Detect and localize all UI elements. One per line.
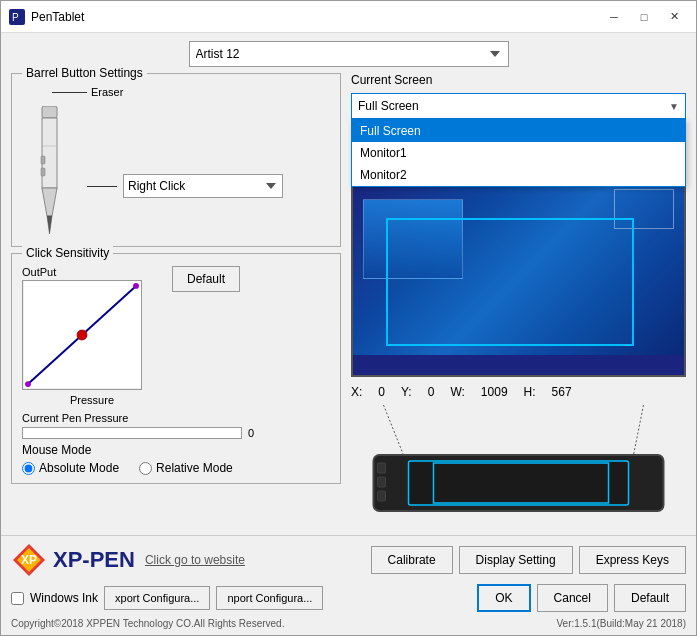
screen-selection-box [386,218,634,345]
screen-dropdown-menu: Full Screen Monitor1 Monitor2 [351,119,686,187]
main-content: Artist 12 Barrel Button Settings Eraser [1,33,696,535]
mouse-mode-section: Mouse Mode Absolute Mode Relative Mode [22,443,330,475]
action-buttons-row: Calibrate Display Setting Express Keys [371,546,686,574]
monitor-taskbar [353,355,684,375]
w-value: 1009 [481,385,508,399]
y-label: Y: [401,385,412,399]
display-setting-button[interactable]: Display Setting [459,546,573,574]
default-button[interactable]: Default [172,266,240,292]
main-window: P PenTablet ─ □ ✕ Artist 12 Barrel Butto… [0,0,697,636]
output-label: OutPut [22,266,56,278]
relative-mode-option[interactable]: Relative Mode [139,461,233,475]
barrel-section-title: Barrel Button Settings [22,66,147,80]
connection-lines-svg [351,405,686,515]
pen-svg [22,106,77,236]
svg-rect-17 [378,463,386,473]
graph-area: OutPut [22,266,162,406]
bottom-footer: Copyright©2018 XPPEN Technology CO.All R… [11,618,686,629]
h-label: H: [524,385,536,399]
pressure-axis-label: Pressure [22,394,162,406]
pressure-bar-row: 0 [22,427,330,439]
svg-rect-19 [378,491,386,501]
absolute-mode-radio[interactable] [22,462,35,475]
title-bar: P PenTablet ─ □ ✕ [1,1,696,33]
dropdown-item-fullscreen[interactable]: Full Screen [352,120,685,142]
dropdown-item-monitor2[interactable]: Monitor2 [352,164,685,186]
windows-ink-checkbox-label[interactable]: Windows Ink [11,591,98,605]
barrel-top-select[interactable]: Right ClickLeft ClickMiddle ClickScroll … [123,174,283,198]
window-title: PenTablet [31,10,594,24]
bottom-main-row: XP XP-PEN Click go to website Calibrate … [11,542,686,578]
sensitivity-section: Click Sensitivity OutPut [11,253,341,484]
bottom-bar: XP XP-PEN Click go to website Calibrate … [1,535,696,635]
svg-point-10 [77,330,87,340]
device-select-row: Artist 12 [11,41,686,67]
logo-link[interactable]: Click go to website [145,553,245,567]
x-value: 0 [378,385,385,399]
tablet-visual-area [351,405,686,518]
svg-text:XP: XP [21,553,37,567]
btn-line-top [87,186,117,187]
sensitivity-inner: OutPut [22,260,330,406]
calibrate-button[interactable]: Calibrate [371,546,453,574]
export-config-button[interactable]: xport Configura... [104,586,210,610]
app-icon: P [9,9,25,25]
svg-line-13 [384,405,404,455]
bottom-second-row: Windows Ink xport Configura... nport Con… [11,584,686,612]
monitor-screen [351,177,686,377]
absolute-mode-option[interactable]: Absolute Mode [22,461,119,475]
sensitivity-graph[interactable] [22,280,142,390]
w-label: W: [450,385,464,399]
logo-icon: XP [11,542,47,578]
dropdown-item-monitor1[interactable]: Monitor1 [352,142,685,164]
svg-line-14 [634,405,644,455]
svg-point-12 [133,283,139,289]
cancel-button[interactable]: Cancel [537,584,608,612]
h-value: 567 [552,385,572,399]
express-keys-button[interactable]: Express Keys [579,546,686,574]
window-controls: ─ □ ✕ [600,7,688,27]
svg-rect-4 [41,156,45,164]
ok-cancel-default-row: OK Cancel Default [477,584,686,612]
windows-ink-label: Windows Ink [30,591,98,605]
mouse-mode-label: Mouse Mode [22,443,330,457]
close-button[interactable]: ✕ [660,7,688,27]
svg-rect-18 [378,477,386,487]
relative-mode-radio[interactable] [139,462,152,475]
copyright-text: Copyright©2018 XPPEN Technology CO.All R… [11,618,284,629]
graph-svg [23,281,141,389]
pen-container: Eraser [22,80,330,236]
pen-and-button: Right ClickLeft ClickMiddle ClickScroll … [22,106,330,236]
eraser-row: Eraser [52,86,123,98]
screen-coords: X: 0 Y: 0 W: 1009 H: 567 [351,385,686,399]
pressure-bar-label: Current Pen Pressure [22,412,330,424]
pressure-bar [22,427,242,439]
radio-row: Absolute Mode Relative Mode [22,461,330,475]
import-config-button[interactable]: nport Configura... [216,586,323,610]
xp-logo: XP XP-PEN Click go to website [11,542,245,578]
absolute-mode-label: Absolute Mode [39,461,119,475]
windows-ink-checkbox[interactable] [11,592,24,605]
eraser-label: Eraser [91,86,123,98]
svg-point-11 [25,381,31,387]
maximize-button[interactable]: □ [630,7,658,27]
screen-select-wrapper: Full Screen ▼ Full Screen Monitor1 Monit… [351,93,686,119]
device-select[interactable]: Artist 12 [189,41,509,67]
pressure-value: 0 [248,427,254,439]
default-settings-button[interactable]: Default [614,584,686,612]
main-area: Barrel Button Settings Eraser [11,73,686,527]
left-controls: Windows Ink xport Configura... nport Con… [11,586,323,610]
minimize-button[interactable]: ─ [600,7,628,27]
barrel-top-button-row: Right ClickLeft ClickMiddle ClickScroll … [87,174,330,198]
current-screen-label: Current Screen [351,73,686,87]
dropdown-arrow-icon: ▼ [669,101,679,112]
version-text: Ver:1.5.1(Build:May 21 2018) [556,618,686,629]
x-label: X: [351,385,362,399]
screen-select-display[interactable]: Full Screen ▼ [351,93,686,119]
svg-text:P: P [12,12,19,23]
ok-button[interactable]: OK [477,584,530,612]
y-value: 0 [428,385,435,399]
relative-mode-label: Relative Mode [156,461,233,475]
svg-rect-16 [409,461,629,505]
barrel-section: Barrel Button Settings Eraser [11,73,341,247]
